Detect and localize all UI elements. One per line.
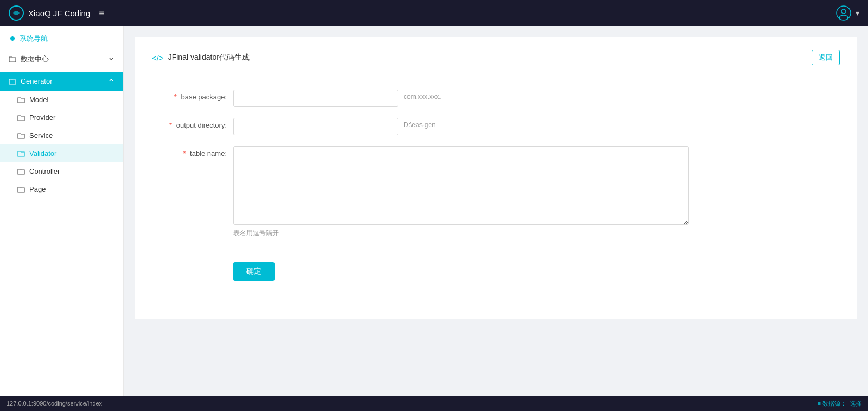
user-chevron: ▾ [856,9,859,17]
sidebar-item-service[interactable]: Service [0,127,123,144]
base-package-hint: com.xxx.xxx. [404,90,441,100]
table-name-label: * table name: [152,146,233,157]
base-package-input[interactable] [233,90,398,107]
base-package-label: * base package: [152,90,233,101]
folder-icon-generator [9,78,16,85]
output-directory-label: * output directory: [152,118,233,129]
required-marker-3: * [183,149,186,157]
nav-title: 系统导航 [0,26,123,49]
sidebar-item-page[interactable]: Page [0,180,123,198]
table-name-textarea-wrapper: 表名用逗号隔开 [233,146,689,238]
folder-icon-page [17,186,25,193]
required-marker: * [174,93,177,101]
svg-point-2 [841,9,846,14]
menu-icon[interactable]: ≡ [99,8,105,19]
datasource-value: 选择 [850,400,861,408]
sidebar-item-controller[interactable]: Controller [0,162,123,180]
main-layout: 系统导航 数据中心 [0,26,868,396]
folder-icon [9,55,16,63]
form-divider [152,249,840,249]
statusbar: 127.0.0.1:9090/coding/service/index ≡ 数据… [0,396,868,411]
code-icon: </> [152,53,164,62]
output-directory-input[interactable] [233,118,398,135]
folder-icon-provider [17,114,25,122]
sidebar-item-model[interactable]: Model [0,91,123,109]
form-group-output-directory: * output directory: D:\eas-gen [152,118,840,135]
sidebar-item-validator[interactable]: Validator [0,144,123,162]
sidebar: 系统导航 数据中心 [0,26,124,396]
table-name-hint: 表名用逗号隔开 [233,229,689,238]
form-group-table-name: * table name: 表名用逗号隔开 [152,146,840,238]
sidebar-item-data-center[interactable]: 数据中心 [0,49,123,69]
svg-point-1 [837,6,851,20]
card-header: </> JFinal validator代码生成 返回 [152,50,840,74]
navbar: XiaoQ JF Coding ≡ ▾ [0,0,868,26]
table-name-textarea[interactable] [233,146,689,225]
folder-icon-service [17,132,25,140]
nav-icon [9,35,16,42]
back-button[interactable]: 返回 [812,50,840,65]
chevron-icon [108,55,114,64]
form-group-base-package: * base package: com.xxx.xxx. [152,90,840,107]
sidebar-section-data-center: 数据中心 [0,49,123,69]
sidebar-item-generator[interactable]: Generator [0,72,123,91]
required-marker-2: * [169,121,172,129]
app-logo: XiaoQ JF Coding [9,5,90,21]
folder-icon-controller [17,168,25,175]
card-title: </> JFinal validator代码生成 [152,53,250,62]
user-menu[interactable]: ▾ [836,5,859,21]
content-card: </> JFinal validator代码生成 返回 * base packa… [135,37,857,319]
content-area: </> JFinal validator代码生成 返回 * base packa… [124,26,868,396]
submit-button[interactable]: 确定 [233,262,275,281]
sidebar-item-provider[interactable]: Provider [0,109,123,127]
datasource-label: ≡ 数据源： [818,400,846,408]
app-title: XiaoQ JF Coding [28,9,90,18]
chevron-up-icon [108,77,114,85]
avatar-icon [836,5,851,21]
output-directory-hint: D:\eas-gen [404,118,436,129]
datasource-status[interactable]: ≡ 数据源： 选择 [818,400,861,408]
folder-icon-validator [17,150,25,157]
sidebar-section-generator: Generator Model Provider [0,72,123,198]
folder-icon-model [17,96,25,104]
logo-icon [9,5,24,21]
status-url: 127.0.0.1:9090/coding/service/index [7,400,102,407]
